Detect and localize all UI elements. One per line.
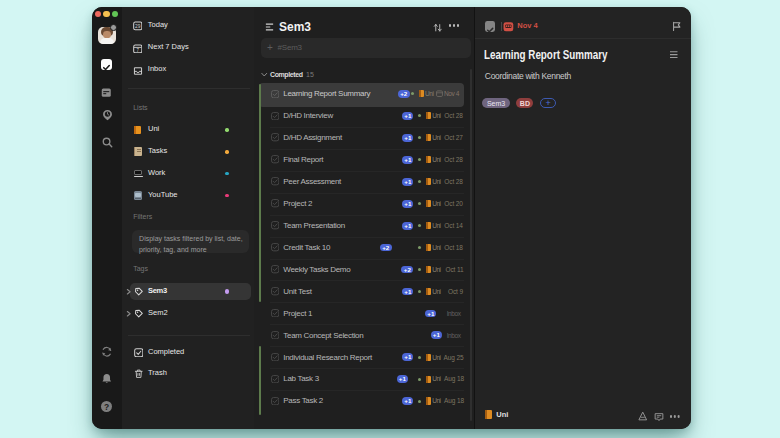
- svg-text:29: 29: [135, 24, 141, 29]
